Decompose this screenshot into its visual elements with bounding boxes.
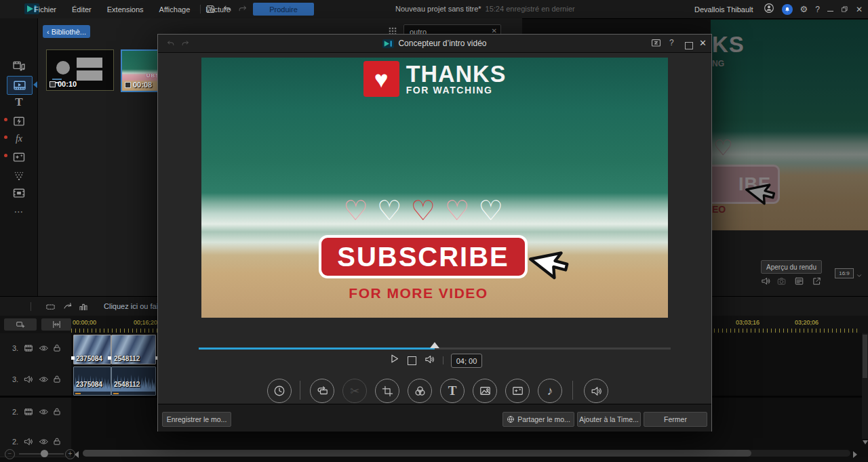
insert-clip-icon[interactable]: [45, 301, 56, 314]
library-back-button[interactable]: ‹ Bibliothè...: [43, 25, 90, 38]
close-dialog-button[interactable]: Fermer: [644, 412, 707, 427]
dialog-help-icon[interactable]: ?: [669, 38, 674, 47]
sidebar-more-button[interactable]: ⋯: [9, 203, 28, 219]
track-lock-icon[interactable]: [52, 343, 62, 356]
sidebar-effects-room[interactable]: fx: [9, 131, 28, 147]
track-lock-icon[interactable]: [52, 374, 62, 387]
horizontal-scrollbar-thumb[interactable]: [83, 450, 751, 457]
dialog-footer: Enregistrer le mo... Partager le mo... A…: [158, 404, 711, 432]
clip-trim-handle[interactable]: [71, 356, 75, 360]
snapshot-camera-icon[interactable]: [776, 276, 787, 289]
audio-mixer-icon[interactable]: [78, 301, 89, 314]
scroll-right-arrow[interactable]: [853, 451, 857, 458]
video-track-icon: [23, 407, 34, 419]
menu-affichage[interactable]: Affichage: [159, 5, 191, 14]
timeline-zoom-in-button[interactable]: +: [65, 449, 75, 459]
notification-dot: [4, 135, 7, 139]
fit-timeline-button[interactable]: [41, 318, 71, 331]
modal-dim-overlay: [711, 20, 868, 230]
trim-scissors-button[interactable]: ✂: [342, 379, 367, 403]
chevron-down-icon[interactable]: [856, 270, 863, 282]
save-template-button[interactable]: Enregistrer le mo...: [162, 412, 231, 427]
mute-button[interactable]: [424, 354, 435, 367]
clip-trim-handle[interactable]: [108, 356, 111, 360]
dialog-maximize-icon[interactable]: [685, 40, 693, 52]
undo-icon[interactable]: [222, 4, 233, 17]
track-visibility-eye-icon[interactable]: [39, 343, 49, 356]
track-header-video-3: 3.: [0, 333, 71, 365]
timeline-hint-text: Cliquez ici ou fait: [104, 302, 160, 310]
sidebar-transitions-room[interactable]: [9, 113, 28, 129]
color-adjust-button[interactable]: [408, 379, 432, 403]
thanks-banner: ♥ THANKS FOR WATCHING: [201, 61, 668, 97]
sidebar-intro-templates-selected[interactable]: [7, 76, 33, 95]
sidebar-overlays-room[interactable]: [9, 149, 28, 165]
menu-extensions[interactable]: Extensions: [107, 5, 144, 14]
dialog-logo-icon: [382, 39, 394, 48]
display-mode-icon[interactable]: [650, 38, 662, 51]
track-lock-icon[interactable]: [52, 436, 62, 449]
playhead-handle[interactable]: [430, 342, 439, 348]
save-project-icon[interactable]: [205, 4, 216, 17]
designer-video-preview[interactable]: ♥ THANKS FOR WATCHING ♡ ♡ ♡ ♡ ♡ SUBSCRIB…: [201, 58, 668, 318]
render-preview-button[interactable]: Aperçu du rendu: [761, 260, 822, 274]
add-to-timeline-button[interactable]: Ajouter à la Time...: [577, 412, 641, 427]
crop-button[interactable]: [375, 379, 399, 403]
settings-gear-icon[interactable]: ⚙: [800, 5, 808, 14]
cursor-arrow-icon: [524, 233, 586, 294]
room-sidebar: T fx ⋯: [0, 18, 38, 316]
template-thumbnail-1[interactable]: 00:10: [46, 49, 114, 91]
dialog-close-icon[interactable]: ✕: [699, 38, 707, 48]
notifications-bell-icon[interactable]: [782, 4, 793, 15]
track-lock-icon[interactable]: [52, 406, 62, 419]
track-manager-button[interactable]: [4, 318, 37, 331]
undock-preview-icon[interactable]: [812, 276, 822, 289]
video-clip[interactable]: 2548112: [111, 335, 156, 364]
effects-button[interactable]: [505, 379, 530, 403]
audio-track-icon: [23, 375, 34, 387]
play-button[interactable]: [389, 353, 400, 367]
dialog-titlebar[interactable]: Concepteur d’intro vidéo ? ✕: [158, 35, 711, 53]
media-info-icon[interactable]: [794, 276, 804, 289]
music-button[interactable]: ♪: [538, 379, 562, 403]
share-template-button[interactable]: Partager le mo...: [502, 412, 574, 427]
produce-button[interactable]: Produire: [253, 3, 314, 16]
overwrite-arrow-icon[interactable]: [62, 301, 73, 314]
horizontal-scrollbar[interactable]: [83, 450, 850, 457]
redo-icon[interactable]: [237, 4, 248, 17]
menu-editer[interactable]: Éditer: [72, 5, 92, 14]
close-window-button[interactable]: ✕: [856, 5, 863, 14]
stop-button[interactable]: [408, 356, 416, 368]
time-display: 04; 00: [451, 354, 482, 368]
minimize-button[interactable]: [827, 3, 833, 16]
help-icon[interactable]: ?: [815, 5, 820, 14]
replace-media-button[interactable]: [310, 379, 334, 403]
account-icon[interactable]: [764, 3, 774, 16]
video-clip[interactable]: 2375084: [73, 335, 111, 364]
image-button[interactable]: [473, 379, 497, 403]
sidebar-media-room[interactable]: [9, 58, 28, 75]
track-visibility-eye-icon[interactable]: [39, 375, 49, 387]
menu-fichier[interactable]: Fichier: [34, 5, 56, 14]
duration-clock-button[interactable]: [267, 379, 292, 403]
vertical-scrollbar-thumb[interactable]: [863, 335, 867, 378]
timeline-zoom-out-button[interactable]: −: [5, 449, 15, 459]
restore-button[interactable]: [841, 3, 848, 16]
dialog-title: Concepteur d’intro vidéo: [398, 39, 486, 48]
preview-volume-icon[interactable]: [761, 276, 771, 289]
scroll-left-arrow[interactable]: [75, 451, 79, 458]
aspect-ratio-selector[interactable]: 16:9: [835, 268, 854, 278]
timeline-zoom-handle[interactable]: [41, 450, 48, 457]
text-button[interactable]: T: [440, 379, 465, 403]
track-visibility-eye-icon[interactable]: [39, 407, 49, 419]
sidebar-titles-room[interactable]: T: [9, 94, 28, 110]
top-menubar: Fichier Éditer Extensions Affichage Lect…: [0, 0, 868, 19]
audio-clip[interactable]: 2375084: [73, 366, 111, 396]
globe-icon: [507, 415, 515, 423]
sidebar-pip-room[interactable]: [9, 185, 28, 201]
sidebar-particles-room[interactable]: [9, 167, 28, 184]
track-visibility-eye-icon[interactable]: [39, 437, 49, 449]
volume-button[interactable]: [584, 379, 608, 403]
scroll-down-arrow[interactable]: [863, 440, 868, 444]
audio-clip[interactable]: 2548112: [111, 366, 156, 396]
